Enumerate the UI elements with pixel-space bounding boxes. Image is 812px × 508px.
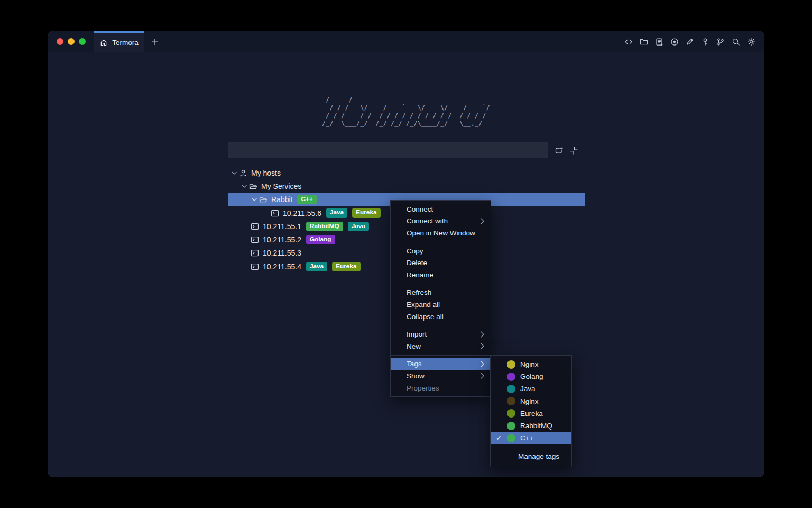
titlebar-toolbar (624, 31, 764, 52)
traffic-lights (48, 31, 94, 52)
menu-item-label: Rename (407, 271, 484, 279)
terminal-icon (251, 249, 259, 257)
record-icon[interactable] (670, 38, 679, 46)
new-tab-button[interactable] (144, 31, 165, 52)
menu-item-connect-with[interactable]: Connect with (391, 215, 491, 228)
tag-option-label: Java (520, 385, 536, 393)
tree-item-label: 10.211.55.1 (263, 222, 301, 231)
menu-item-connect[interactable]: Connect (391, 203, 491, 215)
chevron-down-icon[interactable] (230, 169, 239, 177)
tag-option-label: Nginx (520, 360, 539, 368)
chevron-right-icon (481, 331, 484, 338)
chevron-right-icon (481, 343, 484, 349)
menu-item-label: Tags (407, 360, 481, 368)
search-icon[interactable] (732, 38, 740, 46)
user-icon (239, 169, 247, 177)
menu-item-refresh[interactable]: Refresh (391, 287, 491, 299)
menu-separator (391, 284, 491, 284)
menu-separator (391, 355, 491, 356)
tag-color-dot (507, 409, 515, 418)
check-icon: ✓ (496, 434, 507, 442)
tree-item-label: Rabbit (271, 195, 292, 204)
key-icon[interactable] (701, 38, 709, 46)
folder-icon[interactable] (640, 38, 648, 46)
search-input[interactable] (228, 142, 548, 158)
menu-item-label: Refresh (407, 288, 484, 296)
ascii-logo: ______ /_ __/__ _________ ___ ____ _____… (322, 88, 490, 128)
menu-item-show[interactable]: Show (391, 370, 491, 382)
menu-item-label: Show (407, 372, 481, 380)
tag-option-nginx[interactable]: Nginx (491, 395, 571, 407)
chevron-down-icon[interactable] (240, 182, 249, 190)
tag-badge: Java (326, 208, 347, 217)
zoom-button[interactable] (79, 38, 86, 45)
chevron-right-icon (481, 373, 484, 379)
menu-item-label: Open in New Window (407, 229, 484, 237)
titlebar: Termora (48, 31, 764, 52)
menu-item-collapse-all[interactable]: Collapse all (391, 311, 491, 323)
minimize-button[interactable] (68, 38, 75, 45)
folder-open-icon (249, 182, 257, 190)
menu-item-expand-all[interactable]: Expand all (391, 298, 491, 311)
branch-icon[interactable] (716, 38, 725, 46)
tag-badge: Eureka (352, 208, 380, 217)
menu-item-new[interactable]: New (391, 340, 491, 352)
tag-option-c-[interactable]: ✓C++ (491, 432, 571, 444)
menu-separator (491, 447, 571, 447)
menu-separator (391, 325, 491, 325)
menu-item-label: Copy (407, 247, 484, 255)
tag-color-dot (507, 397, 515, 405)
tag-option-java[interactable]: Java (491, 383, 571, 395)
menu-item-import[interactable]: Import (391, 328, 491, 340)
terminal-icon (251, 262, 259, 271)
tag-badge: RabbitMQ (306, 222, 343, 231)
tag-option-golang[interactable]: Golang (491, 370, 571, 383)
tag-option-label: Golang (520, 373, 543, 380)
menu-item-label: Expand all (407, 301, 484, 309)
terminal-icon (251, 235, 259, 244)
tag-badge: Java (348, 222, 369, 231)
tree-row[interactable]: My Services (228, 179, 585, 193)
folder-open-icon (259, 195, 267, 204)
chevron-right-icon (481, 361, 484, 367)
menu-item-properties: Properties (391, 382, 491, 394)
main-content: ______ /_ __/__ _________ ___ ____ _____… (48, 52, 764, 477)
tree-item-label: My Services (261, 182, 301, 190)
tree-row[interactable]: My hosts (228, 166, 585, 179)
tag-color-dot (507, 373, 515, 381)
menu-item-rename[interactable]: Rename (391, 269, 491, 281)
menu-item-label: Connect (407, 205, 484, 213)
tag-option-label: C++ (520, 434, 534, 442)
tag-option-nginx[interactable]: Nginx (491, 358, 571, 370)
menu-item-label: Import (407, 330, 481, 338)
tag-badge: C++ (297, 195, 316, 204)
tree-item-label: 10.211.55.4 (263, 262, 301, 271)
log-icon[interactable] (655, 38, 663, 46)
tag-color-dot (507, 434, 515, 442)
menu-item-open-in-new-window[interactable]: Open in New Window (391, 227, 491, 239)
tag-option-eureka[interactable]: Eureka (491, 407, 571, 420)
collapse-all-icon[interactable] (569, 146, 578, 155)
home-icon (99, 38, 108, 47)
settings-icon[interactable] (747, 38, 755, 46)
tag-option-rabbitmq[interactable]: RabbitMQ (491, 420, 571, 432)
app-window: Termora ______ /_ __/__ _________ ___ __… (48, 31, 764, 477)
chevron-down-icon[interactable] (250, 195, 259, 204)
search-row (228, 142, 585, 158)
tree-item-label: My hosts (251, 169, 281, 177)
menu-item-copy[interactable]: Copy (391, 245, 491, 257)
menu-item-label: Connect with (407, 217, 481, 225)
menu-item-tags[interactable]: Tags (391, 358, 491, 370)
tab-termora[interactable]: Termora (94, 31, 144, 52)
close-button[interactable] (57, 38, 63, 45)
tab-title: Termora (112, 39, 139, 47)
menu-item-delete[interactable]: Delete (391, 257, 491, 269)
menu-item-label: Properties (407, 384, 484, 392)
tag-option-label: RabbitMQ (520, 422, 552, 430)
edit-icon[interactable] (686, 38, 694, 46)
tree-item-label: 10.211.55.3 (263, 249, 301, 257)
add-host-icon[interactable] (555, 146, 563, 155)
code-icon[interactable] (624, 38, 633, 46)
tree-item-label: 10.211.55.6 (283, 209, 321, 217)
manage-tags-button[interactable]: Manage tags (491, 450, 571, 463)
